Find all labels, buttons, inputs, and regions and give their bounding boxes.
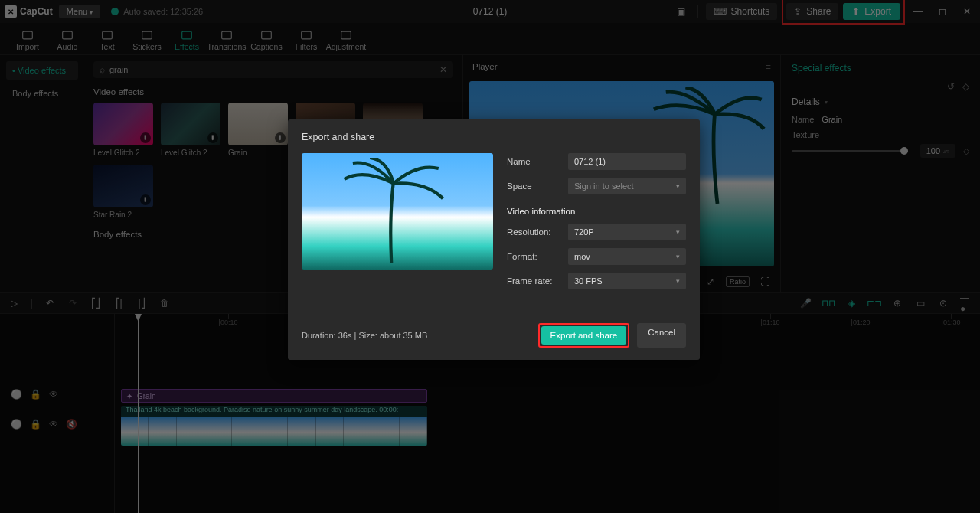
search-input[interactable] [109, 65, 435, 74]
section-video-effects: Video effects [93, 87, 453, 96]
split-icon[interactable]: ⎡⎦ [90, 297, 102, 309]
close-icon[interactable]: ✕ [959, 3, 975, 20]
download-icon[interactable]: ⬇ [275, 132, 286, 143]
effect-thumb[interactable]: ⬇Grain [228, 103, 288, 157]
delete-icon[interactable]: 🗑 [158, 297, 171, 309]
undo-icon[interactable]: ↶ [44, 297, 56, 309]
app-name: CapCut [20, 6, 53, 17]
svg-rect-7 [302, 31, 312, 39]
video-info-label: Video information [507, 207, 686, 216]
format-select[interactable]: mov▾ [568, 248, 686, 265]
main-toolbar: ImportAudioTextStickersEffectsTransition… [0, 23, 980, 55]
texture-slider[interactable] [792, 150, 908, 152]
maximize-icon[interactable]: ◻ [934, 3, 951, 20]
download-icon[interactable]: ⬇ [207, 132, 218, 143]
thumb-label: Grain [228, 149, 288, 157]
tool-captions[interactable]: Captions [247, 30, 286, 54]
effects-sidebar: • Video effects Body effects [0, 55, 84, 292]
space-select[interactable]: Sign in to select▾ [568, 178, 686, 194]
svg-rect-4 [182, 31, 192, 39]
export-and-share-button[interactable]: Export and share [541, 326, 627, 345]
split-right-icon[interactable]: |⎦ [136, 297, 148, 309]
resolution-select[interactable]: 720P▾ [568, 224, 686, 240]
keyframe-icon[interactable]: ◇ [963, 146, 969, 156]
resolution-label: Resolution: [507, 227, 560, 237]
texture-value[interactable]: 100▵▿ [920, 144, 956, 158]
lock-icon[interactable]: ⚪ [11, 389, 22, 400]
export-icon: ⬆ [852, 6, 860, 17]
effect-clip[interactable]: ✦ Grain [121, 389, 427, 403]
tool-transitions[interactable]: Transitions [207, 30, 247, 54]
fx-track-header: ⚪ 🔒 👁 [0, 384, 114, 404]
search-field[interactable]: ⌕ ✕ [93, 61, 453, 78]
format-label: Format: [507, 252, 560, 261]
app-logo: ✕ CapCut [5, 5, 53, 18]
tool-effects[interactable]: Effects [167, 30, 207, 54]
redo-icon[interactable]: ↷ [67, 297, 79, 309]
zoom-slider-icon[interactable]: —● [960, 297, 972, 309]
dialog-title: Export and share [302, 132, 686, 142]
layout-icon[interactable]: ▣ [673, 3, 690, 20]
download-icon[interactable]: ⬇ [140, 194, 151, 205]
eye-icon[interactable]: 👁 [49, 419, 58, 430]
fps-select[interactable]: 30 FPS▾ [568, 273, 686, 289]
name-input[interactable] [568, 153, 686, 170]
panel-menu-icon[interactable]: ≡ [766, 62, 771, 71]
project-title: 0712 (1) [473, 6, 508, 17]
eye-icon[interactable]: 👁 [49, 389, 58, 400]
logo-icon: ✕ [5, 5, 17, 18]
effect-thumb[interactable]: ⬇Level Glitch 2 [93, 103, 153, 157]
tab-body-effects[interactable]: Body effects [6, 84, 78, 103]
pointer-icon[interactable]: ▷ [8, 297, 20, 309]
tool-d-icon[interactable]: ⊕ [891, 297, 903, 309]
clear-search-icon[interactable]: ✕ [439, 64, 447, 75]
tool-c-icon[interactable]: ⊏⊐ [868, 297, 880, 309]
video-clip[interactable]: Thailand 4k beach background. Paradise n… [121, 406, 427, 446]
fullscreen-icon[interactable]: ⛶ [759, 276, 771, 288]
export-button[interactable]: ⬆ Export [843, 3, 900, 20]
effect-thumb[interactable]: ⬇Level Glitch 2 [161, 103, 220, 157]
svg-rect-8 [341, 31, 351, 39]
reset-icon[interactable]: ↺ [947, 81, 955, 92]
tool-adjustment[interactable]: Adjustment [326, 30, 366, 54]
ratio-button[interactable]: Ratio [726, 276, 750, 287]
keyboard-icon: ⌨ [714, 6, 727, 17]
menu-button[interactable]: Menu▾ [59, 5, 101, 18]
effect-thumb[interactable]: ⬇Star Rain 2 [93, 165, 153, 219]
share-button[interactable]: ⇪ Share [786, 3, 838, 20]
tool-f-icon[interactable]: ⊙ [937, 297, 949, 309]
details-label: Details [792, 96, 820, 107]
tool-import[interactable]: Import [8, 30, 47, 54]
minimize-icon[interactable]: — [910, 3, 926, 20]
scale-icon[interactable]: ⤢ [704, 276, 717, 288]
effect-icon: ✦ [126, 392, 132, 400]
lock2-icon[interactable]: 🔒 [30, 389, 41, 400]
tab-video-effects[interactable]: • Video effects [6, 61, 78, 80]
tool-filters[interactable]: Filters [286, 30, 326, 54]
svg-rect-3 [142, 31, 152, 39]
panel-title: Special effects [792, 63, 969, 74]
share-icon: ⇪ [794, 6, 802, 17]
split-left-icon[interactable]: ⎡| [113, 297, 125, 309]
autosave-status: Auto saved: 12:35:26 [111, 7, 203, 16]
cancel-button[interactable]: Cancel [637, 323, 686, 348]
tool-stickers[interactable]: Stickers [127, 30, 167, 54]
thumb-label: Star Rain 2 [93, 211, 153, 219]
vid-track-header: ⚪ 🔒 👁 🔇 [0, 404, 114, 444]
shortcuts-button[interactable]: ⌨ Shortcuts [706, 3, 778, 20]
mute-icon[interactable]: 🔇 [66, 419, 77, 430]
download-icon[interactable]: ⬇ [140, 132, 151, 143]
tool-a-icon[interactable]: ⊓⊓ [822, 297, 835, 309]
export-info: Duration: 36s | Size: about 35 MB [302, 331, 427, 340]
lock-icon[interactable]: ⚪ [11, 419, 22, 430]
lock2-icon[interactable]: 🔒 [30, 419, 41, 430]
tool-audio[interactable]: Audio [47, 30, 87, 54]
export-preview [302, 153, 493, 270]
keyframe-icon[interactable]: ◇ [962, 81, 969, 92]
search-icon: ⌕ [100, 64, 105, 75]
tool-b-icon[interactable]: ◈ [845, 297, 858, 309]
tool-text[interactable]: Text [87, 30, 127, 54]
tool-e-icon[interactable]: ▭ [914, 297, 926, 309]
playhead[interactable] [138, 314, 139, 513]
mic-icon[interactable]: 🎤 [799, 297, 812, 309]
